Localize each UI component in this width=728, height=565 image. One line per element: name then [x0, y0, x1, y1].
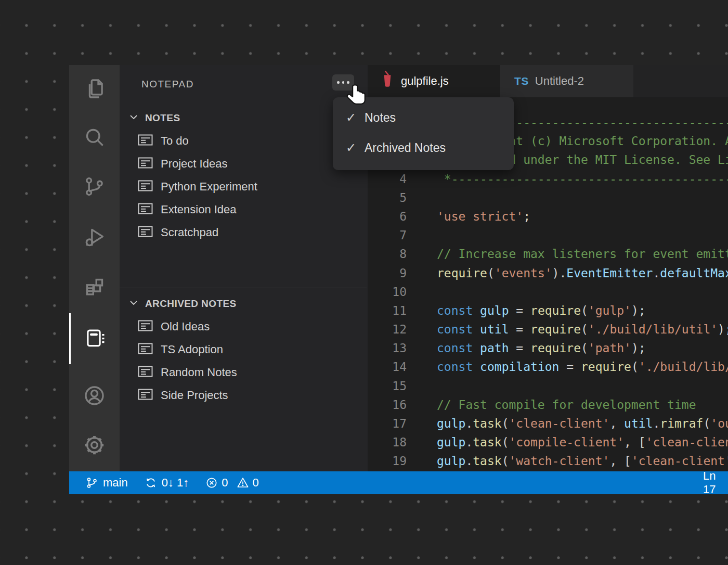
add-note-button[interactable] — [310, 111, 325, 125]
activity-bar-item-extensions[interactable] — [83, 277, 106, 300]
typescript-file-icon: TS — [514, 75, 529, 87]
note-icon — [138, 342, 153, 357]
sync-status[interactable]: 0↓ 1↑ — [145, 476, 189, 490]
note-item-label: Side Projects — [161, 389, 228, 402]
activity-bar-item-source-control[interactable] — [83, 176, 106, 199]
note-icon — [138, 202, 153, 217]
line-number: 6 — [368, 207, 407, 226]
activity-bar-item-account[interactable] — [83, 385, 106, 408]
line-number: 8 — [368, 245, 407, 263]
line-number: 19 — [368, 452, 407, 470]
note-item-side-projects[interactable]: Side Projects — [120, 384, 368, 407]
line-number: 4 — [368, 170, 407, 188]
note-icon — [138, 225, 153, 240]
note-icon — [138, 157, 153, 171]
sync-icon — [145, 477, 157, 489]
section-divider — [120, 288, 367, 288]
note-item-extension-idea[interactable]: Extension Idea — [120, 198, 368, 221]
more-actions-button[interactable] — [332, 74, 354, 91]
note-item-label: Project Ideas — [161, 157, 227, 171]
code-line: 5 — [368, 188, 728, 207]
note-icon — [138, 319, 153, 334]
code-line: 19gulp.task('watch-client', ['clean-clie… — [368, 452, 728, 470]
close-tab-button[interactable] — [460, 76, 471, 86]
code-line: 18gulp.task('compile-client', ['clean-cl… — [368, 433, 728, 452]
activity-bar-item-explorer[interactable] — [83, 78, 106, 101]
explorer-icon — [83, 77, 106, 102]
checkmark-icon: ✓ — [346, 140, 361, 155]
context-menu: ✓ Notes✓ Archived Notes — [333, 97, 514, 170]
section-header-archived-notes[interactable]: ARCHIVED NOTES — [120, 292, 368, 315]
menu-item-label: Archived Notes — [365, 141, 446, 155]
tab-untitled-2[interactable]: TSUntitled-2 — [500, 65, 633, 97]
activity-bar — [69, 65, 120, 471]
note-icon — [138, 388, 153, 403]
git-branch-icon — [86, 477, 98, 489]
line-number: 13 — [368, 339, 407, 357]
code-line: 6'use strict'; — [368, 207, 728, 226]
code-line: 13const path = require('path'); — [368, 339, 728, 357]
code-text — [407, 191, 437, 204]
activity-bar-item-notepad[interactable] — [83, 327, 106, 350]
code-line: 10 — [368, 282, 728, 301]
code-line: 15 — [368, 377, 728, 395]
line-number: 14 — [368, 357, 407, 376]
chevron-down-icon — [120, 297, 139, 311]
warnings-icon — [237, 477, 249, 489]
ellipsis-icon — [342, 81, 345, 84]
cursor-position-status[interactable]: Ln 17 — [703, 471, 728, 494]
search-icon — [83, 125, 106, 151]
note-item-to-do[interactable]: To do — [120, 130, 368, 152]
note-item-ts-adoption[interactable]: TS Adoption — [120, 338, 368, 361]
problems-status[interactable]: 0 0 — [205, 476, 259, 490]
menu-item-label: Notes — [365, 111, 396, 125]
vscode-window: NOTEPAD NOTES To do Project Ideas Python… — [69, 65, 728, 494]
code-line: 7 — [368, 226, 728, 245]
active-view-indicator — [69, 313, 71, 364]
code-text: // Fast compile for development time — [407, 398, 696, 412]
menu-item-archived-notes[interactable]: ✓ Archived Notes — [333, 133, 514, 163]
code-line: 11const gulp = require('gulp'); — [368, 301, 728, 320]
settings-icon — [83, 433, 106, 459]
code-text: const util = require('./build/lib/util')… — [407, 323, 728, 336]
line-number: 12 — [368, 320, 407, 339]
code-text: *---------------------------------------… — [407, 172, 728, 186]
tab-label: gulpfile.js — [401, 74, 449, 88]
code-text: 'use strict'; — [407, 210, 530, 223]
tab-gulpfile-js[interactable]: gulpfile.js — [368, 65, 500, 97]
code-line: 16// Fast compile for development time — [368, 395, 728, 414]
note-item-old-ideas[interactable]: Old Ideas — [120, 315, 368, 338]
note-item-project-ideas[interactable]: Project Ideas — [120, 152, 368, 175]
note-item-scratchpad[interactable]: Scratchpad — [120, 221, 368, 244]
checkmark-icon: ✓ — [346, 110, 361, 125]
chevron-down-icon — [120, 111, 139, 125]
branch-name: main — [103, 476, 128, 490]
errors-count: 0 — [222, 476, 228, 490]
git-branch-status[interactable]: main — [86, 476, 128, 490]
notepad-icon — [83, 326, 106, 351]
run-debug-icon — [83, 225, 106, 251]
line-number: 11 — [368, 301, 407, 320]
line-number: 10 — [368, 282, 407, 301]
note-item-label: TS Adoption — [161, 343, 223, 356]
code-text: const compilation = require('./build/lib… — [407, 360, 728, 374]
line-number: 18 — [368, 433, 407, 452]
activity-bar-item-settings[interactable] — [83, 434, 106, 458]
desktop-background: NOTEPAD NOTES To do Project Ideas Python… — [0, 0, 728, 565]
activity-bar-item-search[interactable] — [83, 126, 106, 150]
code-line: 14const compilation = require('./build/l… — [368, 357, 728, 376]
code-line: 9require('events').EventEmitter.defaultM… — [368, 264, 728, 282]
note-item-python-experiment[interactable]: Python Experiment — [120, 175, 368, 198]
sync-counts: 0↓ 1↑ — [162, 476, 189, 490]
line-number: 17 — [368, 414, 407, 433]
code-line: 4 *-------------------------------------… — [368, 170, 728, 188]
note-icon — [138, 179, 153, 194]
menu-item-notes[interactable]: ✓ Notes — [333, 102, 514, 133]
section-header-notes[interactable]: NOTES — [120, 107, 368, 130]
note-item-label: To do — [161, 134, 189, 148]
activity-bar-item-run-debug[interactable] — [83, 226, 106, 250]
ellipsis-icon — [337, 81, 340, 84]
note-item-label: Extension Idea — [161, 203, 237, 216]
code-text: const path = require('path'); — [407, 341, 646, 355]
note-item-random-notes[interactable]: Random Notes — [120, 361, 368, 384]
